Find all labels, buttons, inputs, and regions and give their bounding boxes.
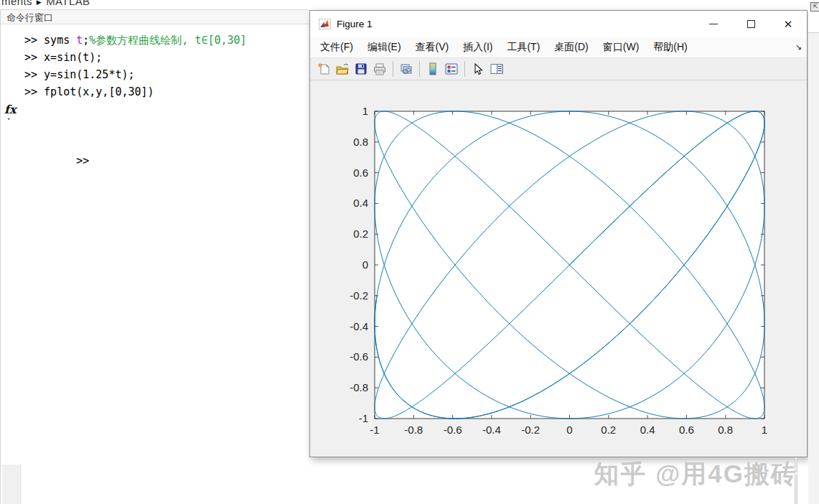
close-icon: ✕ [784,18,793,31]
svg-text:-1: -1 [359,412,368,424]
close-button[interactable]: ✕ [769,11,807,37]
menu-help[interactable]: 帮助(H) [646,41,694,54]
menu-insert[interactable]: 插入(I) [456,41,500,54]
insert-colorbar-button[interactable] [423,60,442,78]
menu-file[interactable]: 文件(F) [313,41,360,54]
code-text: >> fplot(x,y,[0,30]) [24,85,154,98]
property-editor-icon [490,62,504,75]
code-comment: %参数方程曲线绘制, t∈[0,30] [89,34,246,47]
svg-text:1: 1 [362,105,368,117]
print-icon [373,62,387,76]
edit-plot-icon [472,62,484,76]
new-file-icon [317,62,331,76]
figure-titlebar[interactable]: Figure 1 ✕ [310,11,807,37]
figure-menubar: 文件(F) 编辑(E) 查看(V) 插入(I) 工具(T) 桌面(D) 窗口(W… [310,37,807,58]
code-text: >> x=sin(t); [24,51,102,64]
minimize-button[interactable] [695,11,732,37]
svg-text:-0.2: -0.2 [350,289,368,302]
maximize-icon [747,20,755,28]
edit-plot-button[interactable] [469,60,487,78]
link-plot-icon [399,62,413,76]
svg-text:0.2: 0.2 [601,424,616,436]
figure-toolbar [310,58,807,80]
bottom-gutter-strip [2,465,21,504]
menu-view[interactable]: 查看(V) [408,41,457,54]
svg-text:1: 1 [762,424,767,436]
code-variable: t [76,34,83,47]
svg-text:-0.6: -0.6 [444,424,462,436]
figure-title: Figure 1 [337,19,373,29]
command-prompt: >> [76,154,89,167]
command-line: >> x=sin(t); [24,49,309,66]
svg-text:0: 0 [362,258,368,271]
toolbar-separator [393,61,393,77]
open-file-button[interactable] [333,60,352,78]
svg-text:-0.8: -0.8 [404,424,423,436]
menu-tools[interactable]: 工具(T) [500,41,547,54]
minimize-icon [709,24,718,24]
screen: ments▶MATLAB 命令行窗口 >> syms t;%参数方程曲线绘制, … [0,0,819,504]
figure-window: Figure 1 ✕ 文件(F) 编辑(E) 查看(V) 插入(I) 工具(T)… [309,10,808,457]
breadcrumb[interactable]: ments▶MATLAB [0,0,309,9]
toolbar-separator [419,61,420,77]
code-text: >> y=sin(1.25*t); [24,68,135,81]
command-window-body[interactable]: >> syms t;%参数方程曲线绘制, t∈[0,30] >> x=sin(t… [1,24,309,187]
new-file-button[interactable] [314,60,333,78]
command-line: >> fplot(x,y,[0,30]) [24,83,309,101]
breadcrumb-matlab[interactable]: MATLAB [46,0,90,7]
svg-text:0.8: 0.8 [718,424,733,436]
breadcrumb-folder[interactable]: ments [1,0,32,7]
command-window-panel: 命令行窗口 >> syms t;%参数方程曲线绘制, t∈[0,30] >> x… [0,9,309,504]
svg-text:0: 0 [566,424,572,436]
svg-text:0.6: 0.6 [679,424,694,436]
svg-text:0.8: 0.8 [353,136,368,148]
svg-text:-0.4: -0.4 [482,424,501,436]
save-button[interactable] [352,60,370,78]
svg-text:0.4: 0.4 [353,197,368,209]
code-text: ; [83,34,89,47]
background-window-sliver: ⇱ [808,0,819,504]
menu-desktop[interactable]: 桌面(D) [547,41,595,54]
insert-colorbar-icon [428,62,438,76]
svg-text:-0.2: -0.2 [521,424,540,436]
matlab-logo-icon [319,19,331,29]
insert-legend-icon [444,62,459,75]
insert-legend-button[interactable] [442,60,461,78]
svg-text:-1: -1 [370,424,379,436]
command-line: >> y=sin(1.25*t); [24,66,309,83]
menu-window[interactable]: 窗口(W) [596,41,647,54]
watermark: 知乎 @用4G搬砖 [594,457,797,491]
svg-text:0.4: 0.4 [640,424,655,436]
toolbar-separator [464,61,465,77]
breadcrumb-arrow-icon: ▶ [37,0,42,6]
menu-edit[interactable]: 编辑(E) [360,41,408,54]
save-icon [355,62,368,75]
maximize-button[interactable] [732,11,769,37]
menu-overflow-arrow-icon[interactable]: ↘ [795,42,802,52]
command-window-header: 命令行窗口 [1,9,309,24]
command-input-line[interactable]: fx ▾ >> [24,101,309,187]
property-editor-button[interactable] [487,60,506,78]
svg-text:0.6: 0.6 [353,167,368,179]
lissajous-plot: -1-0.8-0.6-0.4-0.200.20.40.60.81-1-0.8-0… [310,80,807,457]
command-line: >> syms t;%参数方程曲线绘制, t∈[0,30] [24,32,309,49]
code-text: >> syms [24,34,76,47]
fx-dropdown-arrow-icon[interactable]: ▾ [7,111,10,128]
svg-text:-0.4: -0.4 [350,320,368,332]
svg-text:-0.6: -0.6 [350,350,368,363]
partial-window-icon: ⇱ [810,2,819,11]
svg-text:-0.8: -0.8 [350,381,368,393]
background-window-corner: ⇱ [808,0,819,33]
command-window-title: 命令行窗口 [6,12,53,23]
open-file-icon [335,62,350,76]
figure-canvas: -1-0.8-0.6-0.4-0.200.20.40.60.81-1-0.8-0… [310,80,807,457]
print-button[interactable] [370,60,389,78]
svg-text:0.2: 0.2 [353,228,368,240]
link-plot-button[interactable] [397,60,416,78]
